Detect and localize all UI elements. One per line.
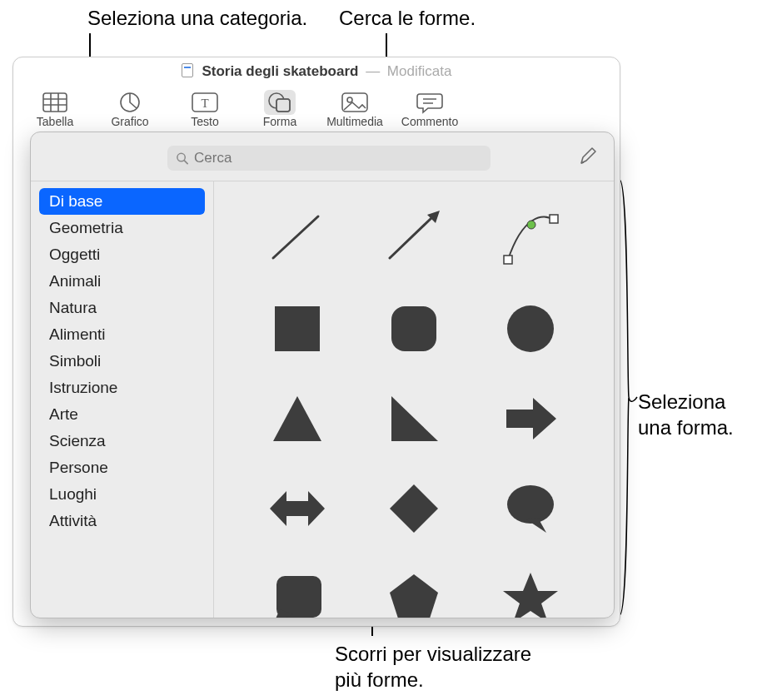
shape-circle[interactable] — [481, 286, 580, 371]
svg-rect-1 — [43, 93, 67, 112]
triangle-icon — [265, 386, 330, 451]
shape-arrow-line[interactable] — [364, 196, 464, 281]
bezier-curve-icon — [498, 206, 563, 271]
svg-rect-24 — [275, 306, 320, 351]
svg-text:T: T — [201, 97, 208, 110]
comment-icon — [416, 91, 443, 114]
shape-triangle[interactable] — [247, 376, 347, 461]
right-triangle-icon — [381, 386, 446, 451]
shape-rounded-square[interactable] — [364, 286, 464, 371]
svg-marker-28 — [391, 396, 438, 441]
document-modified-label: Modificata — [387, 63, 451, 79]
shape-star[interactable] — [481, 556, 580, 618]
svg-marker-27 — [273, 396, 321, 441]
circle-icon — [498, 296, 563, 361]
svg-point-23 — [527, 221, 535, 229]
shape-diamond[interactable] — [364, 466, 464, 551]
svg-marker-30 — [270, 491, 325, 526]
sidebar-item-attività[interactable]: Attività — [39, 508, 205, 534]
shape-line[interactable] — [247, 196, 347, 281]
sidebar-item-alimenti[interactable]: Alimenti — [39, 321, 205, 348]
toolbar: Tabella Grafico T Testo Forma Multimedia… — [13, 80, 620, 133]
speech-bubble-icon — [498, 476, 563, 541]
sidebar-item-scienza[interactable]: Scienza — [39, 428, 205, 454]
pentagon-icon — [381, 566, 446, 618]
diamond-icon — [381, 476, 446, 541]
shape-arrow-right[interactable] — [481, 376, 580, 461]
shape-right-triangle[interactable] — [364, 376, 464, 461]
shape-square[interactable] — [247, 286, 347, 371]
shapes-grid — [214, 181, 614, 618]
sidebar-item-istruzione[interactable]: Istruzione — [39, 375, 205, 401]
media-icon — [341, 92, 369, 113]
svg-rect-22 — [550, 215, 558, 223]
arrow-right-icon — [498, 386, 563, 451]
callout-search-shapes: Cerca le forme. — [339, 5, 476, 31]
svg-marker-29 — [506, 398, 556, 439]
line-icon — [265, 206, 330, 271]
sidebar-item-natura[interactable]: Natura — [39, 295, 205, 321]
svg-marker-37 — [503, 573, 558, 618]
svg-marker-36 — [390, 574, 438, 618]
toolbar-table-button[interactable]: Tabella — [25, 90, 85, 128]
chart-icon — [117, 90, 142, 115]
window-titlebar: Storia degli skateboard — Modificata — [13, 57, 620, 80]
shapes-popover: Di baseGeometriaOggettiAnimaliNaturaAlim… — [30, 132, 615, 618]
text-icon: T — [191, 92, 219, 113]
shape-pentagon[interactable] — [364, 556, 464, 618]
callout-rect-icon — [265, 566, 330, 618]
sidebar-item-di-base[interactable]: Di base — [39, 188, 205, 215]
svg-line-18 — [273, 216, 318, 258]
sidebar-item-animali[interactable]: Animali — [39, 268, 205, 295]
search-input[interactable] — [194, 150, 482, 166]
svg-rect-21 — [504, 256, 512, 264]
sidebar-item-simboli[interactable]: Simboli — [39, 348, 205, 375]
shape-callout-rect[interactable] — [247, 556, 347, 618]
svg-line-17 — [184, 161, 187, 164]
table-icon — [42, 92, 68, 113]
svg-point-26 — [507, 305, 554, 352]
toolbar-text-button[interactable]: T Testo — [175, 90, 235, 128]
document-title: Storia degli skateboard — [202, 63, 358, 79]
callout-select-category: Seleziona una categoria. — [87, 5, 307, 31]
sidebar-item-luoghi[interactable]: Luoghi — [39, 481, 205, 508]
document-icon — [182, 63, 193, 77]
toolbar-comment-button[interactable]: Commento — [400, 90, 460, 128]
svg-rect-10 — [276, 99, 290, 112]
search-field[interactable] — [167, 146, 491, 171]
sidebar-item-geometria[interactable]: Geometria — [39, 215, 205, 241]
toolbar-chart-button[interactable]: Grafico — [100, 90, 160, 128]
arrow-line-icon — [381, 206, 446, 271]
callout-scroll-more: Scorri per visualizzare più forme. — [335, 641, 531, 693]
category-sidebar: Di baseGeometriaOggettiAnimaliNaturaAlim… — [31, 181, 214, 618]
shape-bezier-curve[interactable] — [481, 196, 580, 281]
toolbar-media-button[interactable]: Multimedia — [325, 90, 385, 128]
popover-header — [31, 132, 614, 181]
pen-icon — [577, 146, 599, 167]
toolbar-shape-button[interactable]: Forma — [250, 90, 310, 128]
shape-speech-bubble[interactable] — [481, 466, 580, 551]
rounded-square-icon — [381, 296, 446, 361]
svg-rect-25 — [391, 306, 436, 351]
star-icon — [498, 566, 563, 618]
svg-point-13 — [347, 97, 352, 102]
square-icon — [265, 296, 330, 361]
callout-select-shape: Seleziona una forma. — [638, 389, 734, 440]
sidebar-item-oggetti[interactable]: Oggetti — [39, 241, 205, 268]
svg-marker-31 — [390, 484, 438, 533]
search-icon — [176, 151, 188, 165]
shape-icon — [266, 91, 293, 114]
edit-pen-button[interactable] — [574, 142, 602, 174]
sidebar-item-persone[interactable]: Persone — [39, 454, 205, 481]
sidebar-item-arte[interactable]: Arte — [39, 401, 205, 428]
svg-line-19 — [390, 218, 431, 258]
callout-bracket-select-shape — [619, 179, 639, 616]
shape-arrow-bidir[interactable] — [247, 466, 347, 551]
arrow-bidir-icon — [265, 476, 330, 541]
svg-point-32 — [507, 485, 554, 524]
